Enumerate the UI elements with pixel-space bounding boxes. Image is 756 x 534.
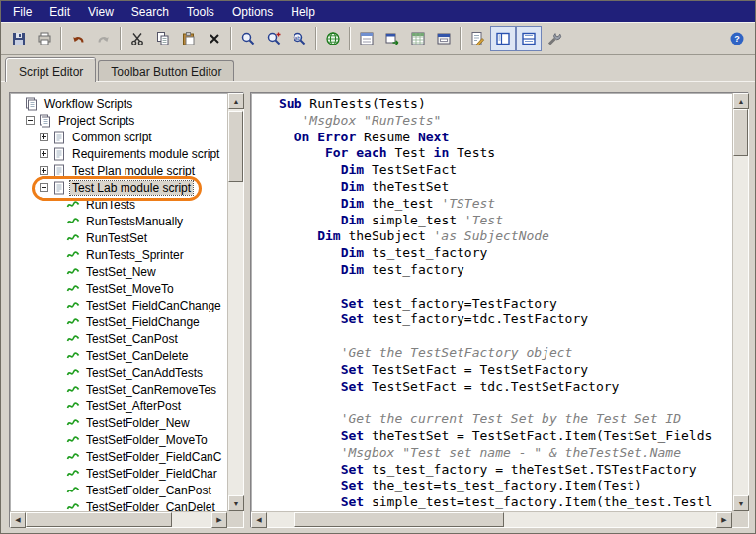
spreadsheet-button[interactable] <box>405 26 431 51</box>
expand-icon[interactable] <box>40 133 48 141</box>
scroll-down-button[interactable]: ▼ <box>733 495 749 511</box>
tab-script-editor[interactable]: Script Editor <box>6 58 96 82</box>
scroll-up-button[interactable]: ▲ <box>228 93 244 109</box>
scrollbar-track[interactable] <box>228 109 243 495</box>
arrow-up-icon: ▲ <box>233 98 240 105</box>
editor-vertical-scrollbar[interactable]: ▲ ▼ <box>732 93 748 511</box>
open-window-icon <box>384 31 400 46</box>
syntax-check-button[interactable] <box>320 26 346 51</box>
tree-item-testsetfolder-candelet[interactable]: TestSetFolder_CanDelet <box>10 498 227 511</box>
menu-view[interactable]: View <box>79 2 123 22</box>
find-next-button[interactable] <box>261 26 287 51</box>
save-button[interactable] <box>6 26 32 51</box>
editor-horizontal-scrollbar[interactable]: ◀ ▶ <box>251 511 732 527</box>
tree-item-runtests[interactable]: RunTests <box>10 196 227 213</box>
tree-item-testset-moveto[interactable]: TestSet_MoveTo <box>10 280 227 297</box>
tree-item-label: TestSet_CanRemoveTes <box>84 383 218 397</box>
replace-button[interactable]: ab <box>287 26 312 51</box>
tab-toolbar-button-editor[interactable]: Toolbar Button Editor <box>98 60 234 81</box>
scroll-right-button[interactable]: ▶ <box>211 512 227 528</box>
cut-icon <box>129 31 145 46</box>
tree-item-requirements-module-script[interactable]: Requirements module script <box>10 145 227 162</box>
tree-item-workflow-scripts[interactable]: Workflow Scripts <box>10 95 227 112</box>
tree-item-label: Test Lab module script <box>70 181 193 195</box>
tree-item-testset-fieldchange[interactable]: TestSet_FieldChange <box>10 313 227 330</box>
scrollbar-thumb[interactable] <box>26 512 172 527</box>
dialog-button[interactable] <box>431 26 457 51</box>
scroll-right-button[interactable]: ▶ <box>716 512 732 528</box>
tree-item-test-plan-module-script[interactable]: Test Plan module script <box>10 162 227 179</box>
code-line: 'Get the current Test Set by the Test Se… <box>279 411 732 428</box>
arrow-left-icon: ◀ <box>256 516 261 524</box>
code-line: Set simple_test=test_factory.Item(the_te… <box>279 494 732 511</box>
find-button[interactable] <box>235 26 261 51</box>
tree-item-test-lab-module-script[interactable]: Test Lab module script <box>10 179 227 196</box>
script-function-icon <box>66 450 81 464</box>
collapse-icon[interactable] <box>26 116 35 125</box>
tree-item-testsetfolder-new[interactable]: TestSetFolder_New <box>10 414 227 431</box>
scroll-down-button[interactable]: ▼ <box>228 495 244 511</box>
collapse-icon[interactable] <box>40 183 48 192</box>
open-window-button[interactable] <box>379 26 405 51</box>
scroll-left-button[interactable]: ◀ <box>251 512 267 528</box>
tree-item-testset-afterpost[interactable]: TestSet_AfterPost <box>10 398 227 414</box>
toggle-tree-pane-button[interactable] <box>490 26 516 51</box>
tree-item-testset-candelete[interactable]: TestSet_CanDelete <box>10 347 227 364</box>
toolbar: ab? <box>1 22 755 55</box>
validate-script-button[interactable] <box>464 26 490 51</box>
cut-button[interactable] <box>125 26 150 51</box>
tree-item-runtestsmanually[interactable]: RunTestsManually <box>10 213 227 229</box>
menu-file[interactable]: File <box>4 2 41 22</box>
tree-item-label: TestSet_New <box>84 265 158 279</box>
script-function-icon <box>66 282 81 296</box>
scroll-left-button[interactable]: ◀ <box>10 512 26 528</box>
undo-button[interactable] <box>65 26 91 51</box>
print-button[interactable] <box>32 26 57 51</box>
tree-item-project-scripts[interactable]: Project Scripts <box>10 112 227 129</box>
tree-item-testsetfolder-moveto[interactable]: TestSetFolder_MoveTo <box>10 431 227 448</box>
script-function-icon <box>66 332 81 346</box>
field-list-button[interactable] <box>354 26 379 51</box>
tree-item-testsetfolder-fieldchar[interactable]: TestSetFolder_FieldChar <box>10 465 227 482</box>
menu-search[interactable]: Search <box>123 2 178 22</box>
paste-button[interactable] <box>176 26 202 51</box>
tree-item-testset-new[interactable]: TestSet_New <box>10 263 227 280</box>
expand-icon[interactable] <box>40 166 48 175</box>
script-tree[interactable]: Workflow ScriptsProject ScriptsCommon sc… <box>10 93 227 511</box>
scroll-up-button[interactable]: ▲ <box>733 93 749 109</box>
customize-button[interactable] <box>542 26 567 51</box>
scrollbar-thumb[interactable] <box>228 111 243 182</box>
code-editor[interactable]: Sub RunTests(Tests) 'Msgbox "RunTests" O… <box>251 93 732 511</box>
menu-help[interactable]: Help <box>282 2 324 22</box>
tree-item-testset-canaddtests[interactable]: TestSet_CanAddTests <box>10 364 227 381</box>
delete-button[interactable] <box>202 26 227 51</box>
tree-item-testset-fieldcanchange[interactable]: TestSet_FieldCanChange <box>10 297 227 313</box>
tree-item-common-script[interactable]: Common script <box>10 129 227 145</box>
tree-vertical-scrollbar[interactable]: ▲ ▼ <box>227 93 243 511</box>
menu-options[interactable]: Options <box>223 2 282 22</box>
code-line: For each Test in Tests <box>279 145 732 162</box>
tree-item-runtestset[interactable]: RunTestSet <box>10 229 227 246</box>
code-line: Dim test_factory <box>279 262 732 279</box>
scrollbar-track[interactable] <box>26 512 211 527</box>
copy-button[interactable] <box>150 26 176 51</box>
expand-icon[interactable] <box>40 149 48 158</box>
scrollbar-thumb[interactable] <box>294 512 504 527</box>
menu-tools[interactable]: Tools <box>178 2 223 22</box>
scrollbar-thumb[interactable] <box>733 109 748 156</box>
scrollbar-track[interactable] <box>733 109 748 495</box>
code-line: Set the_test=ts_test_factory.Item(Test) <box>279 478 732 494</box>
tree-item-testsetfolder-canpost[interactable]: TestSetFolder_CanPost <box>10 482 227 498</box>
tree-item-testset-canremovetes[interactable]: TestSet_CanRemoveTes <box>10 381 227 398</box>
toggle-editor-pane-button[interactable] <box>516 26 542 51</box>
tree-item-testsetfolder-fieldcanc[interactable]: TestSetFolder_FieldCanC <box>10 448 227 465</box>
tree-item-testset-canpost[interactable]: TestSet_CanPost <box>10 330 227 347</box>
script-function-icon <box>66 467 81 481</box>
menu-edit[interactable]: Edit <box>41 2 79 22</box>
scrollbar-track[interactable] <box>267 512 716 527</box>
tree-horizontal-scrollbar[interactable]: ◀ ▶ <box>10 511 227 527</box>
help-button[interactable]: ? <box>724 26 750 51</box>
code-line: Set test_factory=tdc.TestFactory <box>279 312 732 328</box>
code-line <box>279 279 732 296</box>
tree-item-runtests-sprinter[interactable]: RunTests_Sprinter <box>10 246 227 263</box>
